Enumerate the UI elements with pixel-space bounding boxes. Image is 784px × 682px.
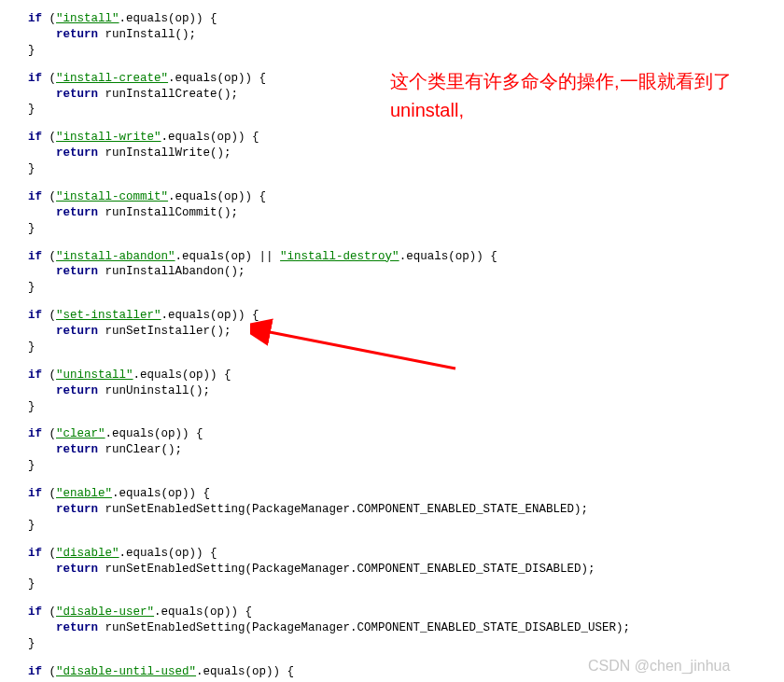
close-brace: } bbox=[28, 340, 784, 355]
if-line: if ("disable".equals(op)) { bbox=[28, 546, 784, 562]
close-brace: } bbox=[28, 518, 784, 534]
if-line: if ("disable-user".equals(op)) { bbox=[28, 605, 784, 620]
close-brace: } bbox=[28, 280, 784, 296]
return-line: return runInstallCommit(); bbox=[28, 205, 784, 221]
annotation-line-2: uninstall, bbox=[390, 100, 464, 120]
code-block-7: if ("clear".equals(op)) { return runClea… bbox=[28, 426, 784, 474]
code-block-4: if ("install-abandon".equals(op) || "ins… bbox=[28, 249, 784, 297]
code-block-6: if ("uninstall".equals(op)) { return run… bbox=[28, 368, 784, 415]
if-line: if ("install-write".equals(op)) { bbox=[28, 130, 784, 146]
return-line: return runSetInstaller(); bbox=[28, 324, 784, 340]
close-brace: } bbox=[28, 43, 784, 59]
return-line: return runInstall(); bbox=[28, 27, 784, 43]
annotation-line-1: 这个类里有许多命令的操作,一眼就看到了 bbox=[390, 71, 732, 91]
watermark: CSDN @chen_jinhua bbox=[588, 656, 730, 676]
if-line: if ("install".equals(op)) { bbox=[28, 11, 784, 27]
code-block-8: if ("enable".equals(op)) { return runSet… bbox=[28, 486, 784, 534]
code-block-10: if ("disable-user".equals(op)) { return … bbox=[28, 605, 784, 652]
if-line: if ("clear".equals(op)) { bbox=[28, 426, 784, 442]
code-block-3: if ("install-commit".equals(op)) { retur… bbox=[28, 189, 784, 237]
close-brace: } bbox=[28, 161, 784, 177]
if-line: if ("uninstall".equals(op)) { bbox=[28, 368, 784, 383]
return-line: return runClear(); bbox=[28, 442, 784, 458]
close-brace: } bbox=[28, 458, 784, 474]
if-line: if ("enable".equals(op)) { bbox=[28, 486, 784, 502]
code-block-9: if ("disable".equals(op)) { return runSe… bbox=[28, 546, 784, 593]
return-line: return runSetEnabledSetting(PackageManag… bbox=[28, 502, 784, 518]
code-block-2: if ("install-write".equals(op)) { return… bbox=[28, 130, 784, 177]
if-line: if ("install-abandon".equals(op) || "ins… bbox=[28, 249, 784, 265]
return-line: return runUninstall(); bbox=[28, 383, 784, 399]
code-block-5: if ("set-installer".equals(op)) { return… bbox=[28, 308, 784, 355]
annotation-text: 这个类里有许多命令的操作,一眼就看到了 uninstall, bbox=[390, 67, 732, 125]
close-brace: } bbox=[28, 399, 784, 415]
close-brace: } bbox=[28, 221, 784, 237]
if-line: if ("set-installer".equals(op)) { bbox=[28, 308, 784, 324]
return-line: return runInstallAbandon(); bbox=[28, 264, 784, 280]
code-block-0: if ("install".equals(op)) { return runIn… bbox=[28, 11, 784, 59]
close-brace: } bbox=[28, 636, 784, 652]
if-line: if ("install-commit".equals(op)) { bbox=[28, 189, 784, 205]
return-line: return runSetEnabledSetting(PackageManag… bbox=[28, 562, 784, 578]
close-brace: } bbox=[28, 577, 784, 592]
return-line: return runInstallWrite(); bbox=[28, 146, 784, 161]
return-line: return runSetEnabledSetting(PackageManag… bbox=[28, 620, 784, 636]
